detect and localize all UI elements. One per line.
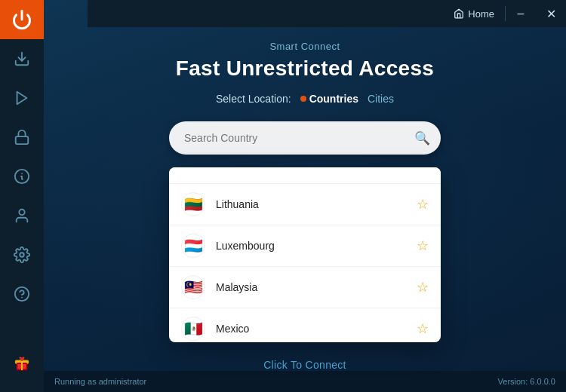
home-button[interactable]: Home	[443, 0, 505, 27]
flag-lithuania: 🇱🇹	[181, 192, 205, 216]
country-name-luxembourg: Luxembourg	[216, 240, 417, 252]
svg-marker-2	[17, 92, 27, 105]
topbar: Home – ✕	[88, 0, 566, 27]
country-name-lithuania: Lithuania	[216, 198, 417, 210]
settings-icon[interactable]	[0, 235, 44, 274]
svg-point-7	[20, 253, 24, 257]
tab-countries[interactable]: Countries	[300, 93, 358, 105]
country-dropdown: 🇱🇹 Lithuania ☆ 🇱🇺 Luxembourg ☆ 🇲🇾 Malays…	[169, 167, 441, 342]
power-button[interactable]	[0, 0, 44, 39]
minimize-button[interactable]: –	[506, 0, 536, 27]
list-item[interactable]: 🇲🇾 Malaysia ☆	[169, 267, 441, 308]
search-input[interactable]	[169, 121, 441, 155]
help-icon[interactable]	[0, 274, 44, 314]
version-text: Version: 6.0.0.0	[498, 377, 555, 386]
select-location-label: Select Location:	[216, 93, 291, 105]
country-name-mexico: Mexico	[216, 323, 417, 335]
page-title: Fast Unrestricted Access	[176, 57, 434, 81]
download-icon[interactable]	[0, 39, 44, 78]
star-malaysia[interactable]: ☆	[417, 279, 429, 296]
flag-malaysia: 🇲🇾	[181, 275, 205, 299]
svg-rect-3	[16, 136, 29, 144]
close-button[interactable]: ✕	[536, 0, 566, 27]
flag-luxembourg: 🇱🇺	[181, 234, 205, 258]
smart-connect-label: Smart Connect	[269, 41, 340, 52]
search-container: 🔍	[169, 121, 441, 155]
star-mexico[interactable]: ☆	[417, 320, 429, 337]
country-row-partial	[169, 167, 441, 184]
search-icon: 🔍	[414, 130, 430, 146]
click-to-connect-button[interactable]: Click To Connect	[263, 359, 346, 371]
active-dot	[300, 96, 306, 102]
sidebar	[0, 0, 44, 392]
list-item[interactable]: 🇱🇺 Luxembourg ☆	[169, 225, 441, 267]
lock-icon[interactable]	[0, 118, 44, 157]
tab-cities[interactable]: Cities	[368, 93, 394, 105]
list-item[interactable]: 🇲🇽 Mexico ☆	[169, 308, 441, 342]
svg-point-6	[19, 210, 24, 215]
statusbar: Running as administrator Version: 6.0.0.…	[44, 371, 566, 392]
country-list: 🇱🇹 Lithuania ☆ 🇱🇺 Luxembourg ☆ 🇲🇾 Malays…	[169, 184, 441, 342]
list-item[interactable]: 🇱🇹 Lithuania ☆	[169, 184, 441, 225]
home-label: Home	[468, 8, 494, 20]
main-content: Home – ✕ Smart Connect Fast Unrestricted…	[44, 0, 566, 392]
country-name-malaysia: Malaysia	[216, 281, 417, 293]
star-luxembourg[interactable]: ☆	[417, 237, 429, 254]
star-lithuania[interactable]: ☆	[417, 196, 429, 213]
flag-mexico: 🇲🇽	[181, 317, 205, 341]
user-icon[interactable]	[0, 196, 44, 235]
ip-icon[interactable]	[0, 157, 44, 196]
partial-flag	[181, 168, 205, 180]
select-location-bar: Select Location: Countries Cities	[216, 93, 394, 105]
status-text: Running as administrator	[54, 377, 146, 386]
gift-icon[interactable]	[0, 344, 44, 383]
play-icon[interactable]	[0, 78, 44, 118]
